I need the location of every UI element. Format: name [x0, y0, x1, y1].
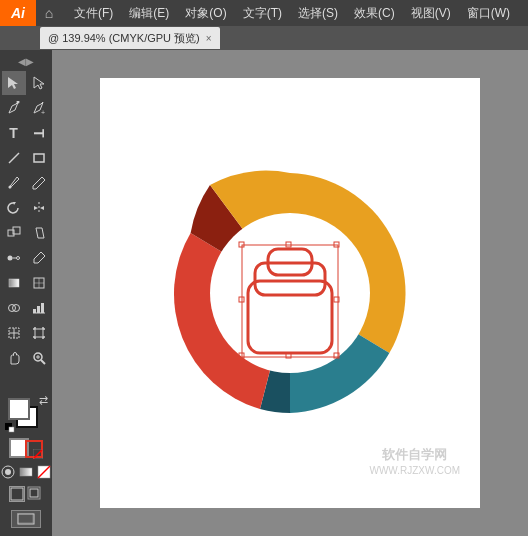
- canvas-area: 软件自学网 WWW.RJZXW.COM: [52, 50, 528, 536]
- menu-items: 文件(F) 编辑(E) 对象(O) 文字(T) 选择(S) 效果(C) 视图(V…: [66, 0, 518, 26]
- scale-tool[interactable]: [2, 221, 26, 245]
- home-icon[interactable]: ⌂: [36, 0, 62, 26]
- svg-line-47: [33, 449, 43, 459]
- screen-mode-icon[interactable]: [11, 510, 41, 528]
- svg-rect-57: [18, 514, 34, 524]
- svg-point-59: [210, 213, 370, 373]
- tool-row-12: [0, 346, 52, 370]
- swap-colors-icon[interactable]: ⇄: [39, 394, 48, 407]
- svg-rect-46: [9, 427, 14, 432]
- svg-rect-54: [11, 488, 23, 500]
- toolbar-bottom: ⇄: [0, 394, 52, 536]
- svg-rect-19: [9, 279, 19, 287]
- shear-tool[interactable]: [27, 221, 51, 245]
- svg-line-18: [41, 252, 45, 256]
- menu-bar: Ai ⌂ 文件(F) 编辑(E) 对象(O) 文字(T) 选择(S) 效果(C)…: [0, 0, 528, 26]
- svg-rect-56: [30, 489, 38, 497]
- slice-tool[interactable]: [2, 321, 26, 345]
- none-box[interactable]: [33, 448, 43, 458]
- hand-tool[interactable]: [2, 346, 26, 370]
- donut-chart: [160, 163, 420, 423]
- reflect-tool[interactable]: [27, 196, 51, 220]
- main-layout: ◀▶ +: [0, 50, 528, 536]
- tool-row-10: [0, 296, 52, 320]
- gradient-mode-icon[interactable]: [18, 464, 34, 480]
- watermark: 软件自学网 WWW.RJZXW.COM: [369, 446, 460, 478]
- document-tab[interactable]: @ 139.94% (CMYK/GPU 预览) ×: [40, 27, 220, 49]
- menu-file[interactable]: 文件(F): [66, 0, 121, 26]
- menu-select[interactable]: 选择(S): [290, 0, 346, 26]
- tool-row-4: [0, 146, 52, 170]
- vertical-type-tool[interactable]: T: [27, 121, 51, 145]
- tool-row-2: +: [0, 96, 52, 120]
- svg-line-7: [42, 177, 45, 180]
- toolbar-collapse[interactable]: ◀▶: [0, 54, 52, 68]
- tool-row-9: [0, 271, 52, 295]
- tab-close-button[interactable]: ×: [206, 33, 212, 44]
- tool-row-7: [0, 221, 52, 245]
- white-canvas: 软件自学网 WWW.RJZXW.COM: [100, 78, 480, 508]
- svg-rect-27: [41, 303, 44, 313]
- add-anchor-tool[interactable]: +: [27, 96, 51, 120]
- toolbar: ◀▶ +: [0, 50, 52, 536]
- fill-swatch[interactable]: [8, 398, 30, 420]
- svg-rect-26: [37, 306, 40, 313]
- color-swatches: ⇄: [4, 394, 48, 434]
- reset-colors-icon[interactable]: [4, 422, 16, 434]
- svg-marker-10: [34, 206, 38, 210]
- type-tool[interactable]: T: [2, 121, 26, 145]
- tool-row-3: T T: [0, 121, 52, 145]
- gradient-tool[interactable]: [2, 271, 26, 295]
- svg-point-6: [8, 186, 11, 189]
- chart-tool[interactable]: [27, 296, 51, 320]
- menu-edit[interactable]: 编辑(E): [121, 0, 177, 26]
- zoom-tool[interactable]: [27, 346, 51, 370]
- menu-window[interactable]: 窗口(W): [459, 0, 518, 26]
- menu-object[interactable]: 对象(O): [177, 0, 234, 26]
- svg-text:+: +: [41, 109, 45, 115]
- svg-rect-32: [35, 329, 43, 337]
- direct-select-tool[interactable]: [27, 71, 51, 95]
- svg-marker-1: [34, 77, 44, 89]
- svg-marker-11: [40, 206, 44, 210]
- blend-tool[interactable]: [2, 246, 26, 270]
- svg-rect-25: [33, 309, 36, 313]
- svg-point-15: [7, 256, 12, 261]
- behind-draw-icon[interactable]: [27, 486, 43, 502]
- tool-row-6: [0, 196, 52, 220]
- normal-draw-icon[interactable]: [9, 486, 25, 502]
- svg-rect-5: [34, 154, 44, 162]
- tab-label: @ 139.94% (CMYK/GPU 预览): [48, 31, 200, 46]
- rotate-tool[interactable]: [2, 196, 26, 220]
- tool-row-8: [0, 246, 52, 270]
- svg-marker-0: [8, 77, 18, 89]
- fill-indicator: [9, 438, 43, 460]
- line-tool[interactable]: [2, 146, 26, 170]
- color-mode-icon[interactable]: [0, 464, 16, 480]
- svg-rect-51: [20, 468, 32, 476]
- app-logo: Ai: [0, 0, 36, 26]
- paintbrush-tool[interactable]: [2, 171, 26, 195]
- shape-builder-tool[interactable]: [2, 296, 26, 320]
- svg-point-50: [5, 469, 11, 475]
- pencil-tool[interactable]: [27, 171, 51, 195]
- eyedropper-tool[interactable]: [27, 246, 51, 270]
- svg-point-16: [16, 257, 19, 260]
- menu-effect[interactable]: 效果(C): [346, 0, 403, 26]
- svg-line-4: [9, 153, 19, 163]
- pen-tool[interactable]: [2, 96, 26, 120]
- tool-row-11: [0, 321, 52, 345]
- svg-line-42: [41, 360, 45, 364]
- mesh-tool[interactable]: [27, 271, 51, 295]
- svg-marker-14: [36, 228, 44, 238]
- select-tool[interactable]: [2, 71, 26, 95]
- none-mode-icon[interactable]: [36, 464, 52, 480]
- menu-view[interactable]: 视图(V): [403, 0, 459, 26]
- artboard-tool[interactable]: [27, 321, 51, 345]
- draw-mode-row: [9, 486, 43, 502]
- rect-tool[interactable]: [27, 146, 51, 170]
- menu-text[interactable]: 文字(T): [235, 0, 290, 26]
- tool-row-5: [0, 171, 52, 195]
- color-mode-row: [0, 464, 52, 480]
- tab-bar: @ 139.94% (CMYK/GPU 预览) ×: [0, 26, 528, 50]
